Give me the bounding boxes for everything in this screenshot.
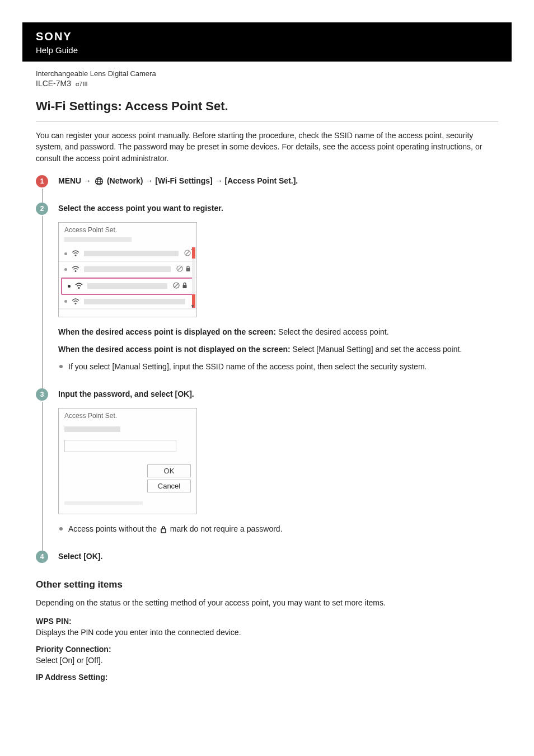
step-2-not-displayed-text: Select [Manual Setting] and set the acce… xyxy=(291,345,462,354)
network-icon xyxy=(95,177,104,186)
step-1-icon-label: (Network) xyxy=(107,176,143,185)
other-settings-heading: Other setting items xyxy=(36,579,498,590)
svg-point-16 xyxy=(75,303,77,304)
screenshot-1-subbar xyxy=(64,237,132,242)
product-meta: Interchangeable Lens Digital Camera ILCE… xyxy=(0,62,534,88)
step-2: 2 Select the access point you want to re… xyxy=(36,203,498,373)
lock-icon xyxy=(185,265,191,274)
step-1: 1 MENU → (Network) → [Wi-Fi Settings] → … xyxy=(36,175,498,187)
screenshot-password-entry: Access Point Set. OK Cancel xyxy=(58,408,197,514)
step-2-bullet-1: If you select [Manual Setting], input th… xyxy=(58,361,498,373)
password-field xyxy=(64,440,176,452)
screenshot-access-point-list: Access Point Set. xyxy=(58,222,197,317)
cancel-button: Cancel xyxy=(147,480,191,492)
step-badge-1: 1 xyxy=(36,175,48,187)
wps-pin-term: WPS PIN: xyxy=(36,617,498,626)
step-3-bullet-1: Access points without the mark do not re… xyxy=(58,523,498,535)
step-3-head: Input the password, and select [OK]. xyxy=(58,388,498,400)
model-main: ILCE-7M3 xyxy=(36,79,71,88)
step-3: 3 Input the password, and select [OK]. A… xyxy=(36,388,498,535)
step-badge-2: 2 xyxy=(36,203,48,215)
scroll-down-icon: ▼ xyxy=(190,304,195,309)
step-1-text-post: → [Wi-Fi Settings] → [Access Point Set.]… xyxy=(145,176,298,185)
svg-line-14 xyxy=(175,284,178,287)
svg-rect-15 xyxy=(183,285,187,288)
step-3-bullet-pre: Access points without the xyxy=(68,524,159,533)
svg-rect-11 xyxy=(186,268,190,271)
radio-dot-icon xyxy=(64,300,67,303)
step-2-not-displayed: When the desired access point is not dis… xyxy=(58,344,498,355)
page-title: Wi-Fi Settings: Access Point Set. xyxy=(36,99,498,114)
screenshot-2-title: Access Point Set. xyxy=(59,408,196,421)
step-badge-4: 4 xyxy=(36,551,48,563)
lock-icon xyxy=(160,525,167,533)
screenshot-1-list: ▲ ▼ xyxy=(59,246,196,309)
step-2-displayed-text: Select the desired access point. xyxy=(276,327,389,336)
other-settings-intro: Depending on the status or the setting m… xyxy=(36,597,498,609)
step-2-not-displayed-label: When the desired access point is not dis… xyxy=(58,345,291,354)
step-1-text-pre: MENU → xyxy=(58,176,93,185)
ssid-placeholder xyxy=(87,283,167,289)
ok-button: OK xyxy=(147,464,191,477)
lock-icon xyxy=(182,282,188,290)
header-bar: SONY Help Guide xyxy=(22,22,512,62)
intro-paragraph: You can register your access point manua… xyxy=(36,130,498,164)
svg-point-8 xyxy=(75,270,77,272)
brand-logo: SONY xyxy=(36,30,498,43)
screenshot-2-ssid-bar xyxy=(64,426,120,432)
priority-connection-desc: Select [On] or [Off]. xyxy=(36,656,498,665)
wifi-icon xyxy=(75,283,83,289)
screenshot-1-title: Access Point Set. xyxy=(59,223,196,235)
ip-address-setting-term: IP Address Setting: xyxy=(36,673,498,682)
radio-dot-icon xyxy=(64,252,67,255)
info-icon xyxy=(173,282,180,290)
other-settings-list: WPS PIN: Displays the PIN code you enter… xyxy=(36,617,498,682)
list-item-selected xyxy=(61,278,194,295)
title-rule xyxy=(36,121,498,122)
step-2-head: Select the access point you want to regi… xyxy=(58,203,498,214)
radio-dot-icon xyxy=(64,268,67,271)
step-4-head: Select [OK]. xyxy=(58,551,498,562)
radio-dot-icon xyxy=(68,285,71,288)
svg-line-10 xyxy=(178,267,181,270)
step-1-head: MENU → (Network) → [Wi-Fi Settings] → [A… xyxy=(58,175,498,187)
ssid-placeholder xyxy=(84,251,179,256)
svg-line-7 xyxy=(186,251,189,255)
scrollbar: ▲ ▼ xyxy=(192,247,195,308)
help-guide-label: Help Guide xyxy=(36,45,498,55)
step-2-displayed: When the desired access point is display… xyxy=(58,326,498,338)
wifi-icon xyxy=(72,266,79,273)
screenshot-2-footer-bar xyxy=(64,501,143,505)
step-2-displayed-label: When the desired access point is display… xyxy=(58,327,276,336)
wifi-icon xyxy=(72,250,79,257)
list-item xyxy=(59,246,196,262)
product-line: Interchangeable Lens Digital Camera xyxy=(36,69,521,78)
priority-connection-term: Priority Connection: xyxy=(36,645,498,654)
step-3-bullet-post: mark do not require a password. xyxy=(170,524,283,533)
svg-point-12 xyxy=(78,287,80,289)
svg-point-5 xyxy=(75,255,77,256)
info-icon xyxy=(176,265,183,274)
step-4: 4 Select [OK]. xyxy=(36,551,498,562)
scrollbar-thumb xyxy=(192,247,195,259)
model-suffix: α7III xyxy=(76,81,88,87)
wps-pin-desc: Displays the PIN code you enter into the… xyxy=(36,628,498,637)
list-item xyxy=(59,295,196,309)
wifi-icon xyxy=(72,298,79,305)
ssid-placeholder xyxy=(84,266,171,272)
model-number: ILCE-7M3 α7III xyxy=(36,79,521,88)
svg-rect-17 xyxy=(161,529,166,533)
list-item xyxy=(59,262,196,278)
step-badge-3: 3 xyxy=(36,388,48,401)
ssid-placeholder xyxy=(84,299,185,304)
